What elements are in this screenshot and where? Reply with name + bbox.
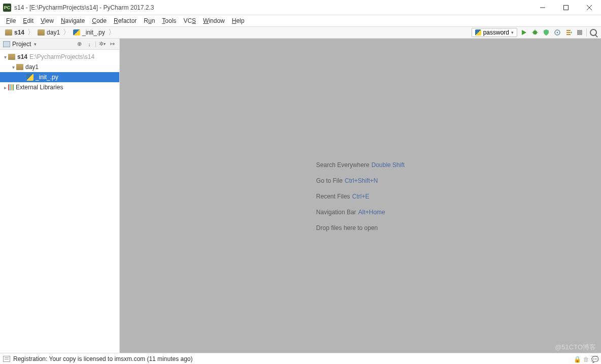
status-bar: Registration: Your copy is licensed to i… — [0, 353, 601, 364]
scroll-from-source-button[interactable]: ↓ — [85, 40, 93, 48]
maximize-button[interactable] — [554, 0, 578, 15]
python-icon — [73, 29, 80, 36]
stop-button[interactable] — [575, 28, 584, 37]
tree-folder-day1[interactable]: ▾ day1 — [0, 62, 119, 72]
menu-refactor[interactable]: Refactor — [111, 16, 140, 25]
window-controls — [531, 0, 601, 15]
minimize-button[interactable] — [531, 0, 554, 15]
breadcrumb-file[interactable]: _init_.py — [71, 29, 107, 36]
trash-icon: 🗑 — [583, 356, 589, 363]
tree-file-init[interactable]: _init_.py — [0, 72, 119, 82]
tool-window-title[interactable]: Project — [12, 41, 31, 48]
pycharm-icon: PC — [3, 4, 11, 12]
expand-icon[interactable]: ▾ — [2, 54, 8, 60]
settings-button[interactable]: ✲▾ — [98, 40, 106, 48]
svg-point-10 — [557, 32, 558, 34]
menu-bar: File Edit View Navigate Code Refactor Ru… — [0, 15, 601, 26]
menu-view[interactable]: View — [38, 16, 57, 25]
expand-icon[interactable]: ▸ — [2, 85, 8, 90]
menu-vcs[interactable]: VCS — [180, 16, 199, 25]
python-icon — [26, 74, 34, 81]
event-log-icon[interactable] — [3, 356, 10, 362]
run-config-selector[interactable]: password ▾ — [472, 28, 517, 37]
tree-label: External Libraries — [16, 84, 63, 91]
project-tree[interactable]: ▾ s14 E:\PycharmProjects\s14 ▾ day1 _ini… — [0, 50, 119, 92]
expand-icon[interactable]: ▾ — [10, 64, 16, 70]
watermark: @51CTO博客 — [555, 343, 596, 352]
tip-navigation-bar: Navigation Bar Alt+Home — [316, 207, 405, 216]
hide-button[interactable]: ↦ — [108, 40, 116, 48]
corner-icons: 🔒 🗑 💬 — [574, 356, 599, 363]
run-config-label: password — [483, 29, 509, 36]
tip-drop-files: Drop files here to open — [316, 223, 405, 231]
run-button[interactable] — [519, 28, 528, 37]
chevron-down-icon: ▾ — [511, 30, 514, 35]
chevron-right-icon: 〉 — [62, 28, 71, 37]
svg-point-5 — [533, 30, 537, 35]
editor-empty-state[interactable]: Search Everywhere Double Shift Go to Fil… — [120, 39, 601, 353]
editor-tips: Search Everywhere Double Shift Go to Fil… — [316, 153, 405, 239]
tip-recent-files: Recent Files Ctrl+E — [316, 191, 405, 200]
menu-run[interactable]: Run — [141, 16, 158, 25]
tree-external-libraries[interactable]: ▸ External Libraries — [0, 82, 119, 92]
python-icon — [475, 29, 481, 36]
lock-icon: 🔒 — [574, 356, 581, 363]
window-title: s14 - [E:\PycharmProjects\s14] - PyCharm… — [14, 4, 154, 11]
folder-icon — [5, 29, 12, 36]
close-button[interactable] — [578, 0, 601, 15]
menu-code[interactable]: Code — [89, 16, 110, 25]
shortcut: Ctrl+Shift+N — [345, 177, 378, 184]
main-area: Project ▾ ⊕ ↓ ✲▾ ↦ ▾ s14 E:\PycharmProje… — [0, 39, 601, 353]
tip-search-everywhere: Search Everywhere Double Shift — [316, 160, 405, 169]
search-button[interactable] — [589, 28, 598, 37]
chevron-right-icon: 〉 — [26, 28, 36, 37]
breadcrumb-s14[interactable]: s14 — [3, 29, 26, 36]
project-tool-window: Project ▾ ⊕ ↓ ✲▾ ↦ ▾ s14 E:\PycharmProje… — [0, 39, 120, 353]
menu-window[interactable]: Window — [200, 16, 228, 25]
navigation-bar: s14 〉 day1 〉 _init_.py 〉 password ▾ — [0, 26, 601, 39]
folder-icon — [38, 29, 45, 36]
svg-marker-4 — [522, 30, 526, 35]
tree-label: _init_.py — [36, 74, 58, 81]
target-button[interactable] — [564, 28, 573, 37]
search-icon — [590, 29, 597, 36]
menu-edit[interactable]: Edit — [20, 16, 37, 25]
breadcrumb-label: day1 — [47, 29, 60, 36]
chat-icon: 💬 — [591, 356, 599, 363]
libraries-icon — [8, 84, 14, 90]
svg-rect-1 — [564, 5, 569, 10]
coverage-button[interactable] — [542, 28, 551, 37]
tree-label: day1 — [25, 63, 39, 71]
shortcut: Ctrl+E — [352, 193, 370, 200]
menu-file[interactable]: File — [3, 16, 19, 25]
menu-help[interactable]: Help — [229, 16, 248, 25]
tip-goto-file: Go to File Ctrl+Shift+N — [316, 176, 405, 184]
tool-window-header: Project ▾ ⊕ ↓ ✲▾ ↦ — [0, 39, 119, 50]
project-icon — [3, 41, 10, 47]
tree-root[interactable]: ▾ s14 E:\PycharmProjects\s14 — [0, 52, 119, 62]
collapse-all-button[interactable]: ⊕ — [75, 40, 83, 48]
status-text: Registration: Your copy is licensed to i… — [13, 355, 193, 362]
folder-icon — [8, 54, 15, 60]
menu-tools[interactable]: Tools — [159, 16, 179, 25]
shortcut: Double Shift — [372, 161, 405, 169]
breadcrumb-day1[interactable]: day1 — [36, 29, 62, 36]
tree-label: s14 — [17, 53, 27, 60]
title-bar: PC s14 - [E:\PycharmProjects\s14] - PyCh… — [0, 0, 601, 15]
breadcrumb-label: s14 — [14, 29, 24, 36]
debug-button[interactable] — [530, 28, 540, 37]
chevron-right-icon: 〉 — [107, 28, 116, 37]
tree-path: E:\PycharmProjects\s14 — [29, 53, 94, 60]
shortcut: Alt+Home — [358, 209, 385, 216]
breadcrumb-label: _init_.py — [82, 29, 105, 36]
svg-marker-14 — [571, 31, 572, 34]
profile-button[interactable] — [553, 28, 562, 37]
chevron-down-icon[interactable]: ▾ — [34, 42, 37, 47]
menu-navigate[interactable]: Navigate — [58, 16, 88, 25]
folder-icon — [16, 64, 23, 70]
